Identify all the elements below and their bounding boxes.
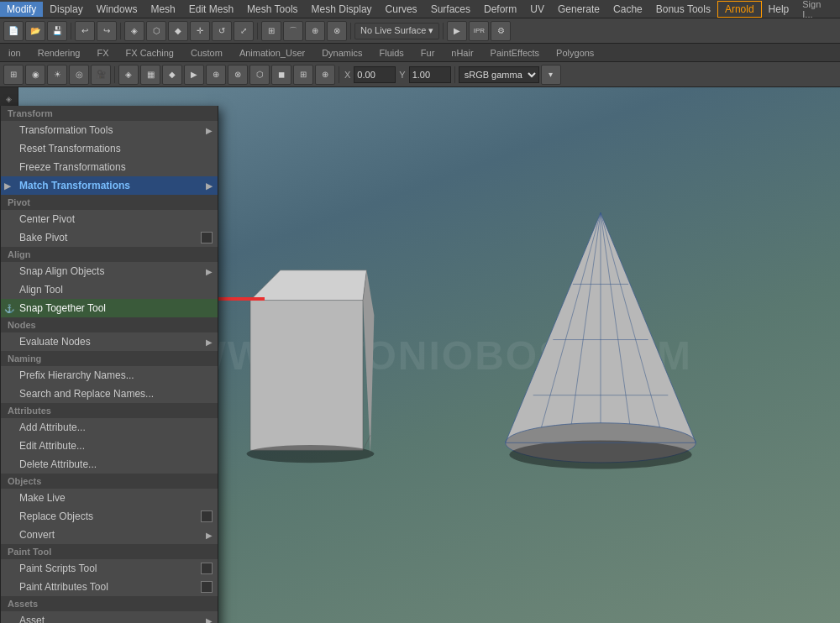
menu-item-convert[interactable]: Convert ▶ (1, 526, 218, 544)
menu-modify[interactable]: Modify (0, 2, 43, 17)
menu-item-edit-attribute[interactable]: Edit Attribute... (1, 437, 218, 455)
menu-item-snap-align-objects[interactable]: Snap Align Objects ▶ (1, 262, 218, 280)
coord-y-input[interactable] (409, 66, 451, 83)
menu-item-delete-attribute[interactable]: Delete Attribute... (1, 455, 218, 474)
color-space-select[interactable]: sRGB gamma (459, 66, 539, 83)
menu-item-freeze-transformations[interactable]: Freeze Transformations (1, 158, 218, 176)
tb2-camera[interactable]: 🎥 (91, 65, 111, 85)
menu-item-replace-objects[interactable]: Replace Objects (1, 507, 218, 526)
submenu-arrow-snap-align: ▶ (206, 267, 213, 276)
tab-fluids[interactable]: Fluids (370, 44, 412, 62)
tb2-7[interactable]: ◆ (162, 65, 182, 85)
tab-rendering[interactable]: Rendering (29, 44, 89, 62)
menu-generate[interactable]: Generate (551, 2, 606, 17)
tb2-12[interactable]: ◼ (271, 65, 291, 85)
tb2-light[interactable]: ☀ (47, 65, 67, 85)
tab-animation-user[interactable]: Animation_User (231, 44, 313, 62)
tab-dynamics[interactable]: Dynamics (313, 44, 370, 62)
tab-custom[interactable]: Custom (182, 44, 231, 62)
tb2-9[interactable]: ⊕ (206, 65, 226, 85)
menu-item-reset-transformations[interactable]: Reset Transformations (1, 139, 218, 158)
tb2-5[interactable]: ◈ (118, 65, 139, 85)
tb2-sphere[interactable]: ◎ (69, 65, 89, 85)
paint-attributes-checkbox[interactable] (201, 581, 213, 593)
tb2-1[interactable]: ⊞ (3, 65, 24, 85)
tb-snap-grid[interactable]: ⊞ (261, 21, 281, 41)
tab-painteffects[interactable]: PaintEffects (482, 44, 549, 62)
tb2-10[interactable]: ⊗ (228, 65, 248, 85)
tb-rotate[interactable]: ↺ (212, 21, 232, 41)
tb-render-settings[interactable]: ⚙ (491, 21, 511, 41)
menu-item-make-live[interactable]: Make Live (1, 489, 218, 507)
tb2-14[interactable]: ⊕ (315, 65, 335, 85)
menu-surfaces[interactable]: Surfaces (424, 2, 477, 17)
menu-display[interactable]: Display (43, 2, 89, 17)
tb-new[interactable]: 📄 (3, 21, 24, 41)
menu-edit-mesh[interactable]: Edit Mesh (182, 2, 240, 17)
tb2-8[interactable]: ▶ (184, 65, 204, 85)
tab-fx-caching[interactable]: FX Caching (118, 44, 182, 62)
bake-pivot-checkbox[interactable] (201, 232, 213, 243)
paint-scripts-checkbox[interactable] (201, 563, 213, 574)
sep4 (350, 23, 351, 39)
coord-x-input[interactable] (354, 66, 396, 83)
tab-ion[interactable]: ion (0, 44, 29, 62)
menu-item-search-replace-names[interactable]: Search and Replace Names... (1, 385, 218, 403)
tb-move[interactable]: ✛ (190, 21, 210, 41)
tb2-13[interactable]: ⊞ (293, 65, 313, 85)
tab-nhair[interactable]: nHair (443, 44, 481, 62)
menu-item-center-pivot[interactable]: Center Pivot (1, 210, 218, 228)
menu-help[interactable]: Help (762, 2, 796, 17)
icon-select[interactable]: ◈ (1, 91, 18, 107)
menu-mesh-tools[interactable]: Mesh Tools (240, 2, 304, 17)
tb-open[interactable]: 📂 (25, 21, 45, 41)
menu-item-add-attribute[interactable]: Add Attribute... (1, 418, 218, 437)
sign-in[interactable]: Sign I... (795, 0, 840, 19)
tb-undo[interactable]: ↩ (75, 21, 95, 41)
no-live-surface[interactable]: No Live Surface ▾ (354, 23, 439, 39)
menu-item-snap-together-tool[interactable]: ⚓ Snap Together Tool (1, 299, 218, 317)
menu-item-bake-pivot[interactable]: Bake Pivot (1, 228, 218, 247)
menu-item-evaluate-nodes[interactable]: Evaluate Nodes ▶ (1, 332, 218, 351)
tb-snap-curve[interactable]: ⌒ (283, 21, 303, 41)
menu-arnold[interactable]: Arnold (717, 1, 762, 18)
menu-curves[interactable]: Curves (379, 2, 424, 17)
tb-lasso[interactable]: ⬡ (146, 21, 166, 41)
tb2-expand[interactable]: ▾ (541, 65, 561, 85)
section-assets: Assets (1, 596, 218, 611)
section-attributes: Attributes (1, 403, 218, 418)
sep5 (443, 23, 444, 39)
menu-windows[interactable]: Windows (90, 2, 144, 17)
menu-mesh[interactable]: Mesh (144, 2, 181, 17)
replace-objects-checkbox[interactable] (201, 510, 213, 522)
menu-uv[interactable]: UV (523, 2, 551, 17)
tb-paint[interactable]: ◆ (168, 21, 188, 41)
tab-fx[interactable]: FX (88, 44, 117, 62)
tb2-2[interactable]: ◉ (25, 65, 45, 85)
tb-snap-proj[interactable]: ⊗ (327, 21, 347, 41)
tb-redo[interactable]: ↪ (97, 21, 117, 41)
menu-item-asset[interactable]: Asset ▶ (1, 611, 218, 623)
tb2-11[interactable]: ⬡ (249, 65, 270, 85)
menu-item-match-transformations[interactable]: ▶ Match Transformations ▶ (1, 176, 218, 195)
menu-item-prefix-hierarchy[interactable]: Prefix Hierarchy Names... (1, 366, 218, 385)
tb-select[interactable]: ◈ (124, 21, 144, 41)
tb-scale[interactable]: ⤢ (234, 21, 254, 41)
menu-item-paint-scripts-tool[interactable]: Paint Scripts Tool (1, 559, 218, 578)
tb2-6[interactable]: ▦ (140, 65, 160, 85)
tb-ipr[interactable]: IPR (469, 21, 489, 41)
menu-item-align-tool[interactable]: Align Tool (1, 280, 218, 299)
dropdown-modify-menu: Transform Transformation Tools ▶ Reset T… (0, 106, 218, 623)
tb-save[interactable]: 💾 (47, 21, 67, 41)
menu-cache[interactable]: Cache (606, 2, 649, 17)
tb-snap-point[interactable]: ⊕ (305, 21, 325, 41)
tb-render-view[interactable]: ▶ (447, 21, 467, 41)
menu-deform[interactable]: Deform (477, 2, 523, 17)
tab-fur[interactable]: Fur (412, 44, 444, 62)
submenu-arrow-convert: ▶ (206, 531, 213, 540)
tab-polygons[interactable]: Polygons (548, 44, 602, 62)
menu-bonus-tools[interactable]: Bonus Tools (649, 2, 717, 17)
menu-item-paint-attributes-tool[interactable]: Paint Attributes Tool (1, 578, 218, 596)
menu-item-transformation-tools[interactable]: Transformation Tools ▶ (1, 121, 218, 139)
menu-mesh-display[interactable]: Mesh Display (305, 2, 379, 17)
